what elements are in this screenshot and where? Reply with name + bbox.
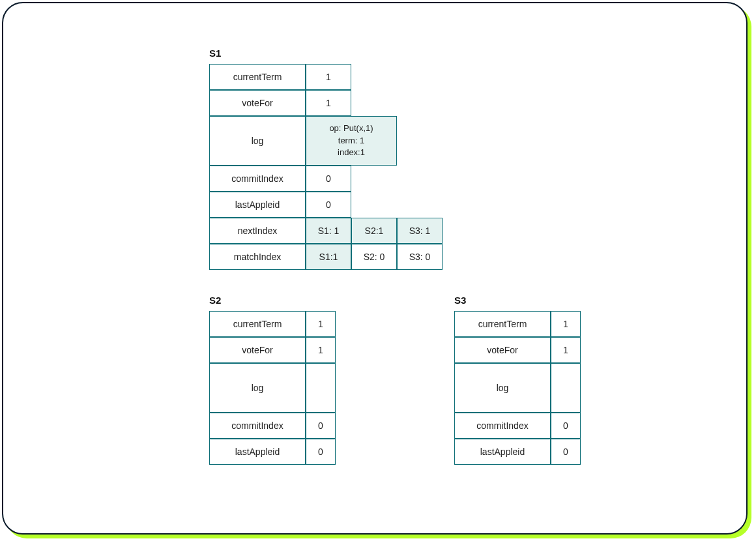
s1-commitIndex-label: commitIndex (209, 166, 306, 192)
s3-lastAppleid-value: 0 (551, 439, 581, 465)
s3-row-currentTerm: currentTerm 1 (454, 311, 581, 337)
server-s3: S3 currentTerm 1 voteFor 1 log (454, 295, 581, 465)
s2-row-commitIndex: commitIndex 0 (209, 413, 336, 439)
s1-log-entry-index: index:1 (310, 147, 392, 159)
s1-lastAppleid-value: 0 (306, 192, 351, 218)
s2-row-lastAppleid: lastAppleid 0 (209, 439, 336, 465)
s1-row-commitIndex: commitIndex 0 (209, 166, 443, 192)
s1-row-lastAppleid: lastAppleid 0 (209, 192, 443, 218)
s1-currentTerm-value: 1 (306, 64, 351, 90)
s1-nextIndex-label: nextIndex (209, 218, 306, 244)
s1-voteFor-label: voteFor (209, 90, 306, 116)
s2-row-log: log (209, 363, 336, 413)
s2-row-currentTerm: currentTerm 1 (209, 311, 336, 337)
s1-row-nextIndex: nextIndex S1: 1 S2:1 S3: 1 (209, 218, 443, 244)
s1-matchIndex-c0: S1:1 (306, 244, 351, 270)
s2-currentTerm-value: 1 (306, 311, 336, 337)
s3-lastAppleid-label: lastAppleid (454, 439, 551, 465)
server-s3-table: currentTerm 1 voteFor 1 log commitInd (454, 311, 581, 465)
server-s1-title: S1 (209, 48, 581, 59)
s1-row-matchIndex: matchIndex S1:1 S2: 0 S3: 0 (209, 244, 443, 270)
server-s2: S2 currentTerm 1 voteFor 1 log (209, 295, 336, 465)
s3-row-log: log (454, 363, 581, 413)
s1-voteFor-value: 1 (306, 90, 351, 116)
s2-voteFor-value: 1 (306, 337, 336, 363)
server-s2-title: S2 (209, 295, 336, 306)
s1-row-currentTerm: currentTerm 1 (209, 64, 443, 90)
s1-row-log: log op: Put(x,1) term: 1 index:1 (209, 116, 443, 166)
s1-nextIndex-c1: S2:1 (351, 218, 397, 244)
s2-row-voteFor: voteFor 1 (209, 337, 336, 363)
s1-currentTerm-label: currentTerm (209, 64, 306, 90)
s2-commitIndex-value: 0 (306, 413, 336, 439)
s1-nextIndex-c0: S1: 1 (306, 218, 351, 244)
s2-log-empty (306, 363, 336, 413)
s3-currentTerm-label: currentTerm (454, 311, 551, 337)
s1-log-entry-term: term: 1 (310, 135, 392, 147)
s3-commitIndex-value: 0 (551, 413, 581, 439)
s3-log-empty (551, 363, 581, 413)
s2-lastAppleid-value: 0 (306, 439, 336, 465)
s1-nextIndex-c2: S3: 1 (397, 218, 443, 244)
server-s2-table: currentTerm 1 voteFor 1 log commitInd (209, 311, 336, 465)
s3-commitIndex-label: commitIndex (454, 413, 551, 439)
s1-matchIndex-c1: S2: 0 (351, 244, 397, 270)
server-s1-table: currentTerm 1 voteFor 1 log op: Put(x,1)… (209, 64, 443, 270)
s2-log-label: log (209, 363, 306, 413)
s3-voteFor-value: 1 (551, 337, 581, 363)
s1-commitIndex-value: 0 (306, 166, 351, 192)
server-s1: S1 currentTerm 1 voteFor 1 log op: Put(x… (209, 48, 581, 270)
s2-currentTerm-label: currentTerm (209, 311, 306, 337)
s3-log-label: log (454, 363, 551, 413)
s1-row-voteFor: voteFor 1 (209, 90, 443, 116)
s3-row-commitIndex: commitIndex 0 (454, 413, 581, 439)
s1-log-entry: op: Put(x,1) term: 1 index:1 (306, 116, 397, 166)
s1-matchIndex-label: matchIndex (209, 244, 306, 270)
s1-lastAppleid-label: lastAppleid (209, 192, 306, 218)
s3-voteFor-label: voteFor (454, 337, 551, 363)
diagram-card: S1 currentTerm 1 voteFor 1 log op: Put(x… (2, 2, 748, 535)
s1-matchIndex-c2: S3: 0 (397, 244, 443, 270)
s2-commitIndex-label: commitIndex (209, 413, 306, 439)
s3-row-lastAppleid: lastAppleid 0 (454, 439, 581, 465)
s3-row-voteFor: voteFor 1 (454, 337, 581, 363)
server-s3-title: S3 (454, 295, 581, 306)
s2-voteFor-label: voteFor (209, 337, 306, 363)
s3-currentTerm-value: 1 (551, 311, 581, 337)
s1-log-entry-op: op: Put(x,1) (310, 123, 392, 135)
s1-log-label: log (209, 116, 306, 166)
diagram-content: S1 currentTerm 1 voteFor 1 log op: Put(x… (209, 48, 581, 465)
s2-lastAppleid-label: lastAppleid (209, 439, 306, 465)
